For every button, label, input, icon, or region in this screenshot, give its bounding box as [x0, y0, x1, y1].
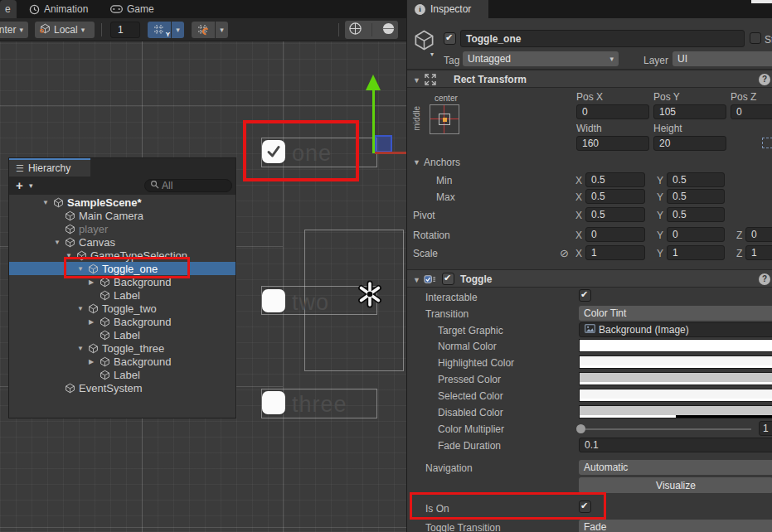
- expand-arrow[interactable]: ▶: [89, 278, 100, 286]
- rotation-y-field[interactable]: 0: [667, 227, 725, 242]
- add-gameobject-button[interactable]: +: [16, 178, 23, 192]
- gizmo-xy-plane-handle[interactable]: [375, 135, 392, 152]
- layer-dropdown[interactable]: UI: [672, 51, 772, 66]
- grid-visibility-button[interactable]: Y: [148, 22, 171, 38]
- grid-snapping-dropdown[interactable]: ▾: [216, 22, 228, 38]
- expand-arrow[interactable]: ▶: [89, 318, 100, 326]
- tab-game[interactable]: Game: [103, 0, 162, 18]
- chevron-down-icon[interactable]: ▾: [430, 51, 434, 58]
- scene-toggle-three-checkbox[interactable]: [262, 391, 285, 414]
- expand-arrow[interactable]: ▼: [77, 305, 88, 312]
- disabled-color-swatch[interactable]: [579, 405, 772, 418]
- hierarchy-item-toggle_two[interactable]: ▼ Toggle_two: [9, 302, 235, 315]
- foldout-arrow[interactable]: ▼: [413, 76, 420, 85]
- navigation-dropdown[interactable]: Automatic: [579, 460, 772, 475]
- anchors-foldout-arrow[interactable]: ▼: [413, 158, 420, 167]
- anchors-min-y-field[interactable]: 0.5: [667, 172, 725, 187]
- hierarchy-item-main-camera[interactable]: Main Camera: [9, 209, 235, 222]
- scale-y-field[interactable]: 1: [667, 245, 725, 260]
- z-axis-label: Z: [736, 230, 742, 241]
- highlighted-color-swatch[interactable]: [579, 355, 772, 369]
- color-multiplier-slider[interactable]: [580, 428, 751, 430]
- pos-y-field[interactable]: 105: [653, 104, 726, 119]
- hierarchy-item-label: Background: [111, 355, 171, 368]
- anchors-max-y-field[interactable]: 0.5: [667, 189, 725, 204]
- blueprint-mode-icon[interactable]: [762, 138, 772, 148]
- navigation-value: Automatic: [584, 462, 628, 473]
- expand-arrow[interactable]: ▼: [54, 239, 65, 246]
- tab-inspector[interactable]: i Inspector: [407, 0, 488, 18]
- interactable-checkbox[interactable]: [579, 289, 591, 302]
- expand-arrow[interactable]: ▼: [77, 345, 88, 352]
- selected-color-swatch[interactable]: [579, 389, 772, 402]
- pivot-y-field[interactable]: 0.5: [667, 207, 725, 222]
- grid-snapping-button[interactable]: [192, 22, 215, 38]
- color-multiplier-handle[interactable]: [576, 424, 585, 433]
- handle-rotation-button[interactable]: Local ▾: [35, 22, 95, 38]
- gameobject-name-field[interactable]: Toggle_one: [460, 30, 745, 47]
- pressed-color-swatch[interactable]: [579, 372, 772, 385]
- snap-increment-field[interactable]: 1: [110, 22, 140, 38]
- help-icon[interactable]: ?: [759, 273, 770, 285]
- target-graphic-object-field[interactable]: Background (Image): [579, 322, 772, 337]
- grid-visibility-dropdown[interactable]: ▾: [172, 22, 184, 38]
- normal-color-swatch[interactable]: [579, 339, 772, 352]
- scale-z-field[interactable]: 1: [745, 245, 772, 260]
- pos-z-field[interactable]: 0: [731, 104, 772, 119]
- scale-x-field[interactable]: 1: [585, 245, 645, 260]
- scene-lighting-icon[interactable]: [381, 22, 396, 38]
- anchor-pivot-dot: [443, 118, 447, 122]
- hierarchy-item-samplescene-[interactable]: ▼ SampleScene*: [9, 196, 235, 209]
- color-multiplier-field[interactable]: 1: [759, 421, 772, 436]
- pos-z-label: Pos Z: [731, 91, 756, 103]
- hierarchy-search-input[interactable]: All: [144, 179, 232, 192]
- pivot-x-field[interactable]: 0.5: [585, 207, 645, 222]
- tag-dropdown[interactable]: Untagged ▾: [463, 51, 619, 66]
- hierarchy-item-canvas[interactable]: ▼ Canvas: [9, 235, 235, 249]
- foldout-arrow[interactable]: ▼: [413, 276, 420, 284]
- height-field[interactable]: 20: [653, 136, 726, 151]
- x-axis-label: X: [575, 248, 582, 259]
- transition-dropdown[interactable]: Color Tint: [579, 306, 772, 321]
- chevron-down-icon[interactable]: ▾: [29, 182, 33, 190]
- toggle-transition-dropdown[interactable]: Fade: [579, 520, 772, 532]
- hierarchy-item-label[interactable]: Label: [9, 328, 235, 341]
- gameobject-active-checkbox[interactable]: [444, 32, 456, 45]
- anchors-max-x-field[interactable]: 0.5: [585, 189, 645, 204]
- expand-arrow[interactable]: ▼: [42, 199, 53, 206]
- gizmo-x-axis[interactable]: [375, 152, 406, 154]
- scene-toggle-two-checkbox[interactable]: [262, 289, 285, 312]
- rect-transform-header[interactable]: ▼ Rect Transform ?: [407, 70, 772, 88]
- expand-arrow[interactable]: ▶: [89, 358, 100, 365]
- scene-toggle-two-label: two: [292, 290, 329, 316]
- unlink-scale-icon[interactable]: ⊘: [560, 247, 569, 259]
- gameobject-name: Toggle_one: [466, 33, 521, 45]
- anchors-min-x-field[interactable]: 0.5: [585, 172, 645, 187]
- tab-animation[interactable]: Animation: [22, 0, 95, 18]
- hierarchy-item-player[interactable]: player: [9, 222, 235, 235]
- pos-x-field[interactable]: 0: [576, 104, 649, 119]
- static-checkbox[interactable]: [750, 32, 761, 44]
- width-field[interactable]: 160: [576, 136, 649, 151]
- visualize-button[interactable]: Visualize: [579, 477, 772, 493]
- tab-hierarchy[interactable]: ☰ Hierarchy: [9, 158, 90, 177]
- toggle-component-header[interactable]: ▼ Toggle ?: [407, 269, 772, 288]
- hierarchy-item-label[interactable]: Label: [9, 368, 235, 381]
- animation-tab-label: Animation: [44, 3, 88, 15]
- hierarchy-item-label[interactable]: Label: [9, 288, 235, 302]
- shaded-mode-icon[interactable]: [348, 22, 362, 38]
- gameobject-cube-icon: [88, 303, 100, 314]
- fade-duration-field[interactable]: 0.1: [579, 438, 772, 452]
- anchor-preset-widget[interactable]: [430, 104, 459, 134]
- hierarchy-item-eventsystem[interactable]: EventSystem: [9, 381, 235, 394]
- gameobject-cube-icon: [65, 224, 76, 235]
- help-icon[interactable]: ?: [759, 74, 770, 85]
- pivot-mode-button[interactable]: nter ▾: [0, 22, 28, 38]
- tab-scene-partial[interactable]: e: [0, 0, 17, 18]
- rotation-z-field[interactable]: 0: [745, 227, 772, 242]
- rotation-x-field[interactable]: 0: [585, 227, 645, 242]
- hierarchy-item-background[interactable]: ▶ Background: [9, 355, 235, 368]
- hierarchy-item-toggle_three[interactable]: ▼ Toggle_three: [9, 341, 235, 355]
- hierarchy-item-background[interactable]: ▶ Background: [9, 315, 235, 328]
- component-enabled-checkbox[interactable]: [442, 273, 454, 285]
